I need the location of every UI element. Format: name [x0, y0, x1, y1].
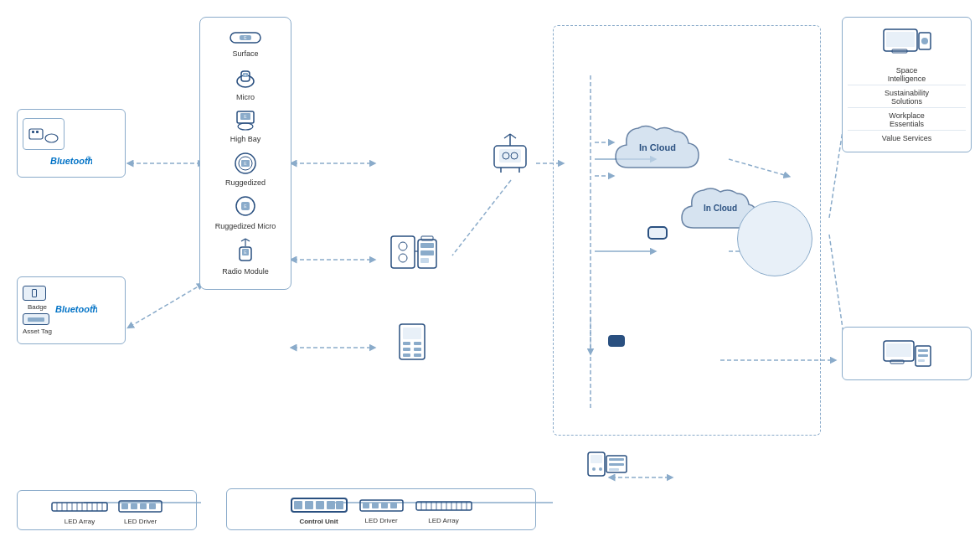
svg-rect-82: [886, 32, 915, 47]
svg-rect-121: [327, 501, 335, 509]
svg-rect-113: [121, 503, 128, 509]
sensor-surface: E Surface: [204, 28, 287, 58]
svg-line-17: [130, 285, 201, 327]
svg-text:®: ®: [91, 303, 96, 311]
svg-rect-22: [32, 131, 34, 133]
svg-rect-90: [918, 349, 928, 352]
svg-text:®: ®: [86, 155, 91, 163]
svg-rect-24: [45, 134, 58, 142]
svg-text:In Cloud: In Cloud: [704, 204, 737, 213]
svg-rect-126: [381, 503, 388, 508]
in-cloud-top: In Cloud: [611, 121, 704, 179]
svg-rect-115: [140, 503, 147, 509]
svg-line-51: [241, 239, 245, 241]
enlighted-item-0: Space Intelligence: [848, 65, 966, 85]
svg-rect-100: [609, 468, 619, 471]
svg-rect-21: [29, 129, 43, 139]
arrows-svg: [0, 0, 980, 547]
svg-rect-116: [149, 503, 156, 509]
diagram: Bluetooth ® Badge Asset Tag: [0, 0, 980, 547]
svg-rect-69: [420, 258, 429, 263]
svg-rect-101: [52, 503, 107, 511]
plug-load-controller: [389, 233, 440, 278]
light-fixture-right: Control Unit LED Driver: [226, 488, 536, 530]
svg-line-4: [452, 180, 511, 255]
svg-rect-125: [372, 503, 379, 508]
svg-rect-124: [363, 503, 369, 508]
sensors-group: E Surface E Micro E High Bay: [199, 17, 291, 290]
sensor-radio-module: E Radio Module: [204, 237, 287, 276]
edge-gateway-box: [608, 335, 625, 353]
svg-rect-74: [414, 342, 421, 345]
svg-rect-72: [403, 328, 421, 339]
svg-rect-78: [414, 353, 421, 357]
tags-box: Badge Asset Tag Bluetooth ®: [17, 276, 126, 344]
sensor-highbay: E High Bay: [204, 108, 287, 143]
svg-text:E: E: [245, 73, 247, 77]
svg-rect-76: [414, 348, 421, 351]
open-ecosystem-box: Bluetooth ®: [17, 109, 126, 178]
svg-rect-87: [886, 343, 911, 357]
sensor-ruggedized-micro-label: Ruggedized Micro: [204, 222, 287, 230]
sensor-highbay-label: High Bay: [204, 135, 287, 143]
enlighted-item-1: Sustainability Solutions: [848, 87, 966, 108]
svg-rect-68: [420, 250, 434, 255]
svg-rect-67: [420, 243, 434, 248]
light-fixture-left: LED Array LED Driver: [17, 490, 197, 530]
svg-point-96: [599, 467, 602, 471]
gateway-device: [487, 132, 534, 182]
svg-rect-98: [609, 458, 624, 461]
enlighted-item-3: Value Services: [848, 132, 966, 144]
enlighted-solutions-box: Space Intelligence Sustainability Soluti…: [842, 17, 972, 152]
svg-rect-127: [390, 503, 397, 508]
enlighted-item-2: Workplace Essentials: [848, 110, 966, 131]
svg-rect-73: [403, 342, 410, 345]
svg-rect-92: [918, 359, 925, 362]
svg-rect-77: [403, 353, 410, 357]
svg-rect-114: [131, 503, 137, 509]
sensor-micro-label: Micro: [204, 93, 287, 101]
svg-point-63: [399, 242, 407, 250]
sensor-radio-module-label: Radio Module: [204, 267, 287, 276]
svg-point-95: [592, 467, 596, 471]
on-prem-manage: [611, 226, 704, 245]
sensor-ruggedized-micro: E Ruggedized Micro: [204, 194, 287, 230]
svg-rect-23: [36, 131, 39, 133]
room-control: [395, 323, 429, 368]
sensor-ruggedized: E Ruggedized: [204, 150, 287, 187]
sensor-ruggedized-label: Ruggedized: [204, 178, 287, 187]
workspace-platform: [737, 201, 812, 276]
svg-rect-118: [294, 501, 302, 509]
svg-line-52: [245, 239, 250, 241]
on-prem-integrations: [586, 444, 754, 479]
svg-rect-119: [305, 501, 313, 509]
svg-rect-128: [416, 502, 472, 510]
svg-rect-94: [591, 455, 602, 463]
sensor-micro: E Micro: [204, 65, 287, 101]
svg-rect-120: [316, 501, 324, 509]
svg-rect-62: [391, 236, 415, 268]
svg-rect-99: [609, 463, 624, 466]
svg-line-54: [504, 134, 510, 138]
svg-point-64: [399, 254, 407, 262]
svg-point-39: [238, 123, 253, 130]
svg-text:In Cloud: In Cloud: [639, 142, 676, 152]
svg-line-55: [510, 134, 516, 138]
svg-rect-91: [918, 354, 928, 357]
open-ecosystem-right-box: [842, 327, 972, 380]
sensor-surface-label: Surface: [204, 49, 287, 58]
svg-rect-75: [403, 348, 410, 351]
svg-point-85: [921, 38, 928, 44]
svg-rect-122: [336, 501, 343, 509]
